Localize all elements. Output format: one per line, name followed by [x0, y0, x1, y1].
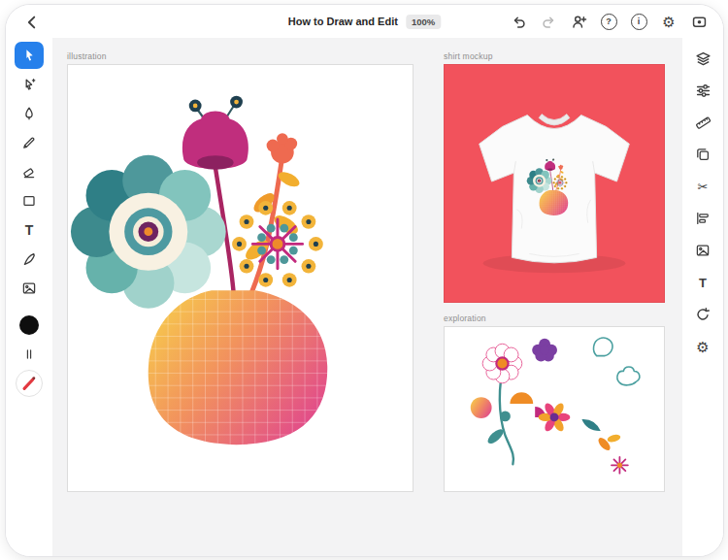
align-icon: [695, 211, 711, 226]
type-panel-button[interactable]: T: [691, 272, 714, 293]
shape-tool[interactable]: [15, 187, 44, 214]
pen-tool[interactable]: [15, 100, 44, 127]
rectangle-shape-icon: [21, 193, 37, 209]
image-panel-button[interactable]: [691, 240, 714, 261]
help-icon: ?: [601, 14, 617, 30]
duplicate-button[interactable]: [691, 144, 714, 165]
type-tool-icon: T: [25, 223, 34, 237]
gear-icon: ⚙: [662, 15, 675, 29]
artboard-illustration: illustration: [67, 51, 414, 492]
app-settings-button[interactable]: ⚙: [691, 336, 714, 357]
type-panel-icon: T: [699, 277, 707, 289]
brush-indicator[interactable]: [15, 370, 44, 397]
fill-color-well[interactable]: [15, 312, 44, 339]
panel-sidebar: ✂ T ⚙: [682, 38, 723, 556]
layers-panel-button[interactable]: [691, 48, 714, 69]
direct-select-tool[interactable]: [15, 71, 44, 98]
top-bar: How to Draw and Edit 100% ? i ⚙: [6, 5, 723, 38]
artboard-shirt-mockup: shirt mockup: [444, 51, 665, 303]
brush-preview-chip: [16, 370, 43, 397]
app-window: How to Draw and Edit 100% ? i ⚙: [5, 4, 724, 557]
redo-button[interactable]: [538, 11, 559, 32]
align-panel-button[interactable]: [691, 208, 714, 229]
artboard-label[interactable]: illustration: [67, 51, 414, 61]
settings-button[interactable]: ⚙: [658, 11, 679, 32]
back-button[interactable]: [21, 12, 43, 33]
info-button[interactable]: i: [628, 11, 649, 32]
touch-shortcut-icon: [691, 14, 708, 30]
knife-icon: [21, 251, 37, 267]
touch-shortcuts-button[interactable]: [688, 11, 710, 32]
artboard-surface-shirt-mockup[interactable]: [444, 64, 665, 303]
artboard-surface-exploration[interactable]: [444, 326, 665, 492]
rotate-history-button[interactable]: [691, 304, 714, 325]
photo-icon: [695, 243, 711, 258]
help-button[interactable]: ?: [598, 11, 619, 32]
exploration-sketches-artwork: [445, 327, 664, 491]
place-image-tool[interactable]: [15, 275, 44, 302]
selection-arrow-icon: [21, 48, 37, 63]
zoom-level-badge[interactable]: 100%: [406, 15, 441, 29]
eraser-tool[interactable]: [15, 158, 44, 185]
rotate-arrow-icon: [695, 307, 711, 322]
tool-sidebar: T: [6, 38, 52, 556]
invite-collaborator-button[interactable]: [568, 11, 589, 32]
layers-icon: [695, 50, 711, 67]
stroke-width-control[interactable]: [15, 341, 44, 368]
pencil-tool[interactable]: [15, 129, 44, 156]
header-actions: ? i ⚙: [508, 11, 710, 32]
image-icon: [21, 280, 37, 296]
pen-nib-icon: [21, 106, 37, 121]
artboard-surface-illustration[interactable]: [67, 64, 414, 492]
scissors-button[interactable]: ✂: [691, 176, 714, 197]
select-tool[interactable]: [15, 42, 44, 69]
artboard-exploration: exploration: [444, 313, 665, 492]
duplicate-icon: [695, 147, 711, 162]
artboard-label[interactable]: shirt mockup: [444, 51, 665, 61]
ruler-icon: [695, 115, 711, 131]
sliders-icon: [695, 82, 711, 99]
flower-vase-artwork: [68, 65, 413, 491]
eraser-icon: [21, 164, 37, 180]
tshirt-mockup-artwork: [445, 65, 664, 302]
precision-panel-button[interactable]: [691, 112, 714, 133]
redo-icon: [541, 14, 557, 30]
direct-select-arrow-icon: [21, 77, 37, 92]
undo-button[interactable]: [508, 11, 529, 32]
document-title-group: How to Draw and Edit 100%: [288, 5, 441, 38]
document-canvas[interactable]: illustration shirt mockup: [52, 38, 682, 556]
knife-tool[interactable]: [15, 246, 44, 273]
person-plus-icon: [571, 14, 587, 30]
stroke-bars-icon: [22, 347, 36, 361]
undo-icon: [511, 14, 527, 30]
fill-color-swatch: [19, 315, 39, 335]
type-tool[interactable]: T: [15, 216, 44, 244]
document-title: How to Draw and Edit: [288, 16, 398, 27]
chevron-left-icon: [23, 14, 41, 31]
properties-panel-button[interactable]: [691, 80, 714, 101]
artboard-label[interactable]: exploration: [444, 313, 665, 323]
scissors-icon: ✂: [698, 181, 709, 193]
gear-icon: ⚙: [696, 340, 709, 354]
pencil-icon: [21, 135, 37, 150]
info-icon: i: [631, 14, 647, 30]
red-brush-icon: [20, 375, 38, 392]
